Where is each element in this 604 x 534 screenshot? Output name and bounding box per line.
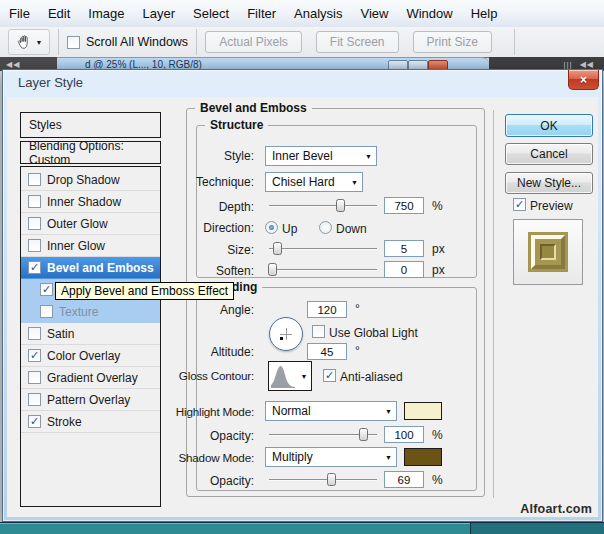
outer-glow-checkbox[interactable] (28, 217, 41, 230)
texture-checkbox[interactable] (40, 305, 53, 318)
dialog-title[interactable]: Layer Style (18, 70, 83, 96)
angle-input[interactable]: 120 (307, 301, 347, 318)
scroll-all-windows-checkbox[interactable] (67, 36, 80, 49)
altitude-unit: ° (355, 344, 360, 358)
gloss-contour-arrow[interactable]: ▼ (297, 361, 312, 391)
print-size-button[interactable]: Print Size (413, 31, 492, 53)
satin-checkbox[interactable] (28, 327, 41, 340)
chevron-down-icon: ▼ (385, 454, 392, 461)
chevron-down-icon: ▼ (351, 179, 358, 186)
menu-edit[interactable]: Edit (39, 1, 79, 27)
menu-view[interactable]: View (351, 1, 397, 27)
soften-slider[interactable] (269, 262, 377, 277)
menu-select[interactable]: Select (184, 1, 238, 27)
size-input[interactable]: 5 (384, 240, 424, 257)
highlight-opacity-slider[interactable] (269, 427, 377, 442)
direction-up-radio[interactable] (265, 221, 278, 234)
highlight-opacity-input[interactable]: 100 (384, 426, 424, 443)
sidebar-item-texture[interactable]: Texture (21, 301, 160, 323)
gloss-contour-label: Gloss Contour: (158, 369, 254, 382)
sidebar-item-inner-glow[interactable]: Inner Glow (21, 235, 160, 257)
highlight-mode-select[interactable]: Normal ▼ (265, 401, 397, 421)
menu-filter[interactable]: Filter (238, 1, 285, 27)
sidebar-styles-button[interactable]: Styles (20, 112, 161, 138)
menu-image[interactable]: Image (79, 1, 133, 27)
pattern-overlay-checkbox[interactable] (28, 393, 41, 406)
contour-checkbox[interactable]: ✓ (40, 283, 53, 296)
dialog-close-button[interactable]: × (568, 70, 599, 90)
angle-unit: ° (355, 302, 360, 316)
inner-glow-checkbox[interactable] (28, 239, 41, 252)
shadow-mode-select[interactable]: Multiply ▼ (265, 447, 397, 467)
depth-slider-thumb[interactable] (336, 199, 345, 212)
panel-title: Bevel and Emboss (195, 101, 312, 115)
toolbar-separator (58, 29, 59, 55)
depth-label: Depth: (178, 200, 254, 214)
highlight-mode-label: Highlight Mode: (158, 405, 254, 418)
shadow-opacity-thumb[interactable] (327, 473, 336, 486)
effects-list: Drop Shadow Inner Shadow Outer Glow Inne… (20, 166, 161, 507)
background-canvas-strip (0, 522, 604, 534)
depth-slider[interactable] (269, 198, 377, 213)
sidebar-blending-options[interactable]: Blending Options: Custom (20, 141, 161, 164)
shadow-color-swatch[interactable] (404, 448, 442, 466)
sidebar-item-gradient-overlay[interactable]: Gradient Overlay (21, 367, 160, 389)
style-select[interactable]: Inner Bevel ▼ (265, 146, 377, 166)
chevron-down-icon: ▼ (385, 408, 392, 415)
altitude-input[interactable]: 45 (307, 343, 347, 360)
new-style-button[interactable]: New Style... (505, 172, 593, 194)
sidebar-item-satin[interactable]: Satin (21, 323, 160, 345)
collapse-arrows-icon: ◀◀ (6, 60, 20, 69)
highlight-opacity-thumb[interactable] (359, 428, 368, 441)
gradient-overlay-checkbox[interactable] (28, 371, 41, 384)
shadow-opacity-slider[interactable] (269, 472, 377, 487)
sidebar-item-inner-shadow[interactable]: Inner Shadow (21, 191, 160, 213)
depth-input[interactable]: 750 (384, 197, 424, 214)
tooltip: Apply Bevel and Emboss Effect (55, 282, 234, 300)
bevel-emboss-checkbox[interactable]: ✓ (28, 261, 41, 274)
color-overlay-checkbox[interactable]: ✓ (28, 349, 41, 362)
soften-slider-thumb[interactable] (268, 263, 277, 276)
watermark-credit: Alfoart.com (520, 502, 592, 516)
soften-input[interactable]: 0 (384, 261, 424, 278)
menu-layer[interactable]: Layer (134, 1, 185, 27)
size-slider-thumb[interactable] (273, 242, 282, 255)
sidebar-item-pattern-overlay[interactable]: Pattern Overlay (21, 389, 160, 411)
drop-shadow-checkbox[interactable] (28, 173, 41, 186)
style-label: Style: (178, 149, 254, 163)
menu-file[interactable]: File (0, 1, 39, 27)
sidebar-item-outer-glow[interactable]: Outer Glow (21, 213, 160, 235)
collapse-arrows-icon: ◀◀ (580, 60, 594, 69)
cancel-button[interactable]: Cancel (505, 143, 593, 165)
ok-button[interactable]: OK (505, 114, 593, 137)
menu-analysis[interactable]: Analysis (285, 1, 351, 27)
sidebar-item-stroke[interactable]: ✓ Stroke (21, 411, 160, 433)
size-slider[interactable] (269, 241, 377, 256)
menu-help[interactable]: Help (462, 1, 507, 27)
direction-down-radio[interactable] (319, 221, 332, 234)
anti-aliased-checkbox[interactable]: ✓ (323, 369, 336, 382)
fit-screen-button[interactable]: Fit Screen (316, 31, 399, 53)
sidebar-item-bevel-and-emboss[interactable]: ✓ Bevel and Emboss (21, 257, 160, 279)
menu-window[interactable]: Window (397, 1, 461, 27)
sidebar-item-color-overlay[interactable]: ✓ Color Overlay (21, 345, 160, 367)
actual-pixels-button[interactable]: Actual Pixels (205, 31, 302, 53)
stroke-checkbox[interactable]: ✓ (28, 415, 41, 428)
highlight-color-swatch[interactable] (404, 402, 442, 420)
direction-up-label: Up (282, 222, 297, 236)
depth-unit: % (432, 199, 443, 213)
shadow-opacity-label: Opacity: (178, 474, 254, 488)
tool-preset-caret-icon[interactable]: ▼ (36, 39, 43, 46)
angle-dial-marker[interactable] (280, 337, 283, 340)
shadow-opacity-input[interactable]: 69 (384, 471, 424, 488)
technique-select[interactable]: Chisel Hard ▼ (265, 172, 363, 192)
layer-style-dialog: Layer Style × Styles Blending Options: C… (2, 69, 603, 522)
sidebar-item-drop-shadow[interactable]: Drop Shadow (21, 169, 160, 191)
hand-tool-button[interactable]: ▼ (8, 29, 50, 55)
inner-shadow-checkbox[interactable] (28, 195, 41, 208)
size-label: Size: (178, 243, 254, 257)
preview-checkbox[interactable]: ✓ (513, 198, 526, 211)
use-global-light-checkbox[interactable] (312, 325, 325, 338)
angle-dial[interactable] (269, 317, 303, 351)
gloss-contour-thumbnail[interactable] (268, 361, 298, 391)
